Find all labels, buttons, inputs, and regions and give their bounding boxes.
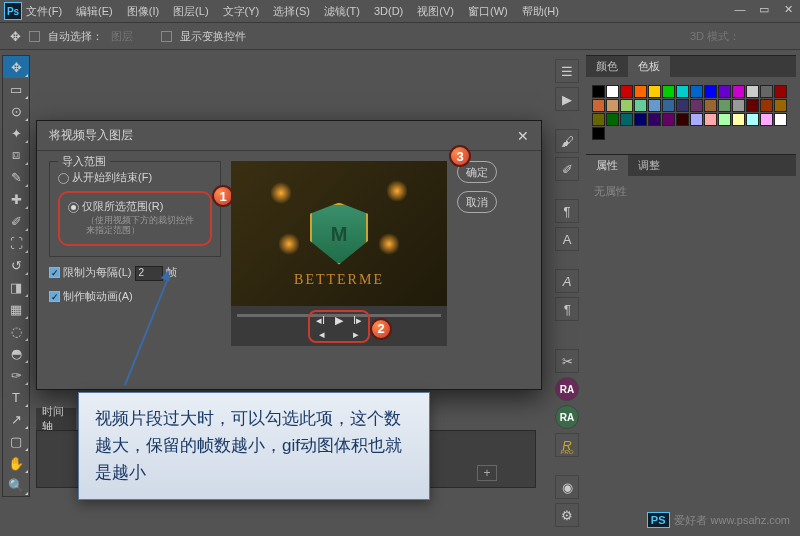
swatch[interactable] xyxy=(746,85,759,98)
strip-scissors-icon[interactable]: ✂ xyxy=(555,349,579,373)
lasso-tool[interactable]: ⊙ xyxy=(3,100,29,122)
menu-file[interactable]: 文件(F) xyxy=(26,4,62,19)
limit-value-input[interactable]: 2 xyxy=(135,266,163,281)
dodge-tool[interactable]: ◓ xyxy=(3,342,29,364)
menu-filter[interactable]: 滤镜(T) xyxy=(324,4,360,19)
tab-properties[interactable]: 属性 xyxy=(586,155,628,176)
pen-tool[interactable]: ✑ xyxy=(3,364,29,386)
swatch[interactable] xyxy=(620,99,633,112)
stamp-tool[interactable]: ⛶ xyxy=(3,232,29,254)
hand-tool[interactable]: ✋ xyxy=(3,452,29,474)
maximize-icon[interactable]: ▭ xyxy=(756,2,772,16)
strip-ra1-icon[interactable]: RA xyxy=(555,377,579,401)
strip-gear-icon[interactable]: ⚙ xyxy=(555,503,579,527)
swatch[interactable] xyxy=(760,85,773,98)
autoselect-checkbox[interactable] xyxy=(29,31,40,42)
swatch[interactable] xyxy=(662,85,675,98)
swatch[interactable] xyxy=(648,85,661,98)
swatch[interactable] xyxy=(606,99,619,112)
menu-layer[interactable]: 图层(L) xyxy=(173,4,208,19)
swatch[interactable] xyxy=(718,85,731,98)
swatch[interactable] xyxy=(634,85,647,98)
swatch[interactable] xyxy=(662,99,675,112)
autoselect-target[interactable]: 图层 xyxy=(111,29,133,44)
gradient-tool[interactable]: ▦ xyxy=(3,298,29,320)
swatch[interactable] xyxy=(606,85,619,98)
swatch[interactable] xyxy=(774,99,787,112)
radio-begin-to-end[interactable] xyxy=(58,173,69,184)
menu-edit[interactable]: 编辑(E) xyxy=(76,4,113,19)
tab-color[interactable]: 颜色 xyxy=(586,56,628,77)
timeline-add-icon[interactable]: + xyxy=(477,465,497,481)
trim-out-icon[interactable]: ▸ xyxy=(353,328,359,341)
strip-brush2-icon[interactable]: ✐ xyxy=(555,157,579,181)
strip-rpro-icon[interactable]: RPRO xyxy=(555,433,579,457)
swatch[interactable] xyxy=(690,113,703,126)
swatch[interactable] xyxy=(690,99,703,112)
swatch[interactable] xyxy=(718,99,731,112)
blur-tool[interactable]: ◌ xyxy=(3,320,29,342)
swatch[interactable] xyxy=(732,85,745,98)
strip-font-icon[interactable]: A xyxy=(555,269,579,293)
radio-selected-range[interactable] xyxy=(68,202,79,213)
swatch[interactable] xyxy=(676,99,689,112)
menu-image[interactable]: 图像(I) xyxy=(127,4,159,19)
tab-adjustments[interactable]: 调整 xyxy=(628,155,670,176)
brush-tool[interactable]: ✐ xyxy=(3,210,29,232)
minimize-icon[interactable]: — xyxy=(732,2,748,16)
menu-window[interactable]: 窗口(W) xyxy=(468,4,508,19)
tab-swatches[interactable]: 色板 xyxy=(628,56,670,77)
swatch[interactable] xyxy=(592,99,605,112)
strip-ra2-icon[interactable]: RA xyxy=(555,405,579,429)
menu-view[interactable]: 视图(V) xyxy=(417,4,454,19)
trim-in-icon[interactable]: ◂ xyxy=(319,328,325,341)
swatch[interactable] xyxy=(620,85,633,98)
swatch[interactable] xyxy=(620,113,633,126)
swatch[interactable] xyxy=(718,113,731,126)
next-frame-icon[interactable]: I▸ xyxy=(353,314,362,327)
history-brush-tool[interactable]: ↺ xyxy=(3,254,29,276)
type-tool[interactable]: T xyxy=(3,386,29,408)
strip-paragraph-icon[interactable]: ¶ xyxy=(555,199,579,223)
wand-tool[interactable]: ✦ xyxy=(3,122,29,144)
swatch[interactable] xyxy=(774,85,787,98)
dialog-close-icon[interactable]: ✕ xyxy=(517,128,529,144)
swatch[interactable] xyxy=(592,127,605,140)
swatch[interactable] xyxy=(662,113,675,126)
swatch[interactable] xyxy=(606,113,619,126)
swatch[interactable] xyxy=(774,113,787,126)
swatch[interactable] xyxy=(732,113,745,126)
swatch[interactable] xyxy=(634,113,647,126)
swatch[interactable] xyxy=(634,99,647,112)
swatch[interactable] xyxy=(648,113,661,126)
zoom-tool[interactable]: 🔍 xyxy=(3,474,29,496)
swatches-grid[interactable] xyxy=(586,77,796,148)
swatch[interactable] xyxy=(704,85,717,98)
swatch[interactable] xyxy=(690,85,703,98)
marquee-tool[interactable]: ▭ xyxy=(3,78,29,100)
close-icon[interactable]: ✕ xyxy=(780,2,796,16)
swatch[interactable] xyxy=(592,85,605,98)
menu-select[interactable]: 选择(S) xyxy=(273,4,310,19)
shape-tool[interactable]: ▢ xyxy=(3,430,29,452)
swatch[interactable] xyxy=(760,99,773,112)
strip-history-icon[interactable]: ☰ xyxy=(555,59,579,83)
swatch[interactable] xyxy=(732,99,745,112)
strip-brush-icon[interactable]: 🖌 xyxy=(555,129,579,153)
crop-tool[interactable]: ⧈ xyxy=(3,144,29,166)
make-anim-checkbox[interactable]: ✓ xyxy=(49,291,60,302)
swatch[interactable] xyxy=(746,99,759,112)
eyedropper-tool[interactable]: ✎ xyxy=(3,166,29,188)
strip-play-icon[interactable]: ▶ xyxy=(555,87,579,111)
swatch[interactable] xyxy=(676,113,689,126)
tab-timeline[interactable]: 时间轴 xyxy=(36,408,76,430)
swatch[interactable] xyxy=(648,99,661,112)
strip-style-icon[interactable]: ¶ xyxy=(555,297,579,321)
swatch[interactable] xyxy=(704,99,717,112)
swatch[interactable] xyxy=(704,113,717,126)
move-tool[interactable]: ✥ xyxy=(3,56,29,78)
heal-tool[interactable]: ✚ xyxy=(3,188,29,210)
limit-every-checkbox[interactable]: ✓ xyxy=(49,267,60,278)
menu-text[interactable]: 文字(Y) xyxy=(223,4,260,19)
show-controls-checkbox[interactable] xyxy=(161,31,172,42)
